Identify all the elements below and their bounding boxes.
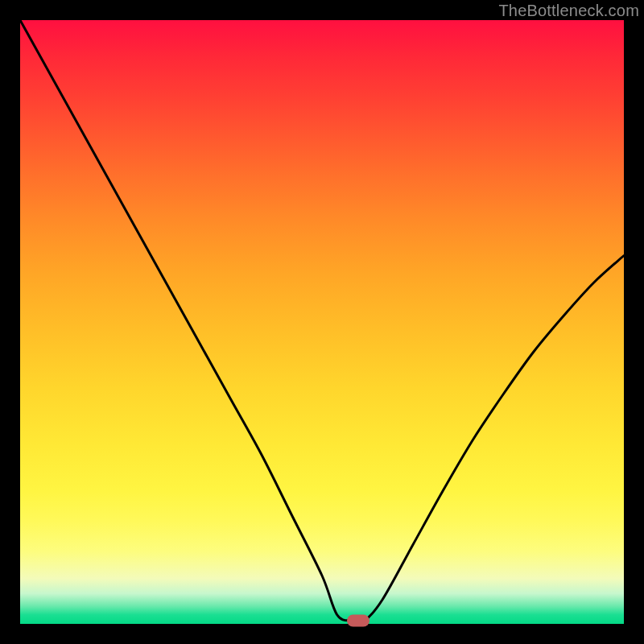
plot-area: [20, 20, 624, 624]
bottleneck-curve: [20, 20, 624, 624]
watermark-text: TheBottleneck.com: [498, 2, 639, 20]
chart-frame: TheBottleneck.com: [0, 0, 644, 644]
bottleneck-marker: [347, 615, 369, 627]
